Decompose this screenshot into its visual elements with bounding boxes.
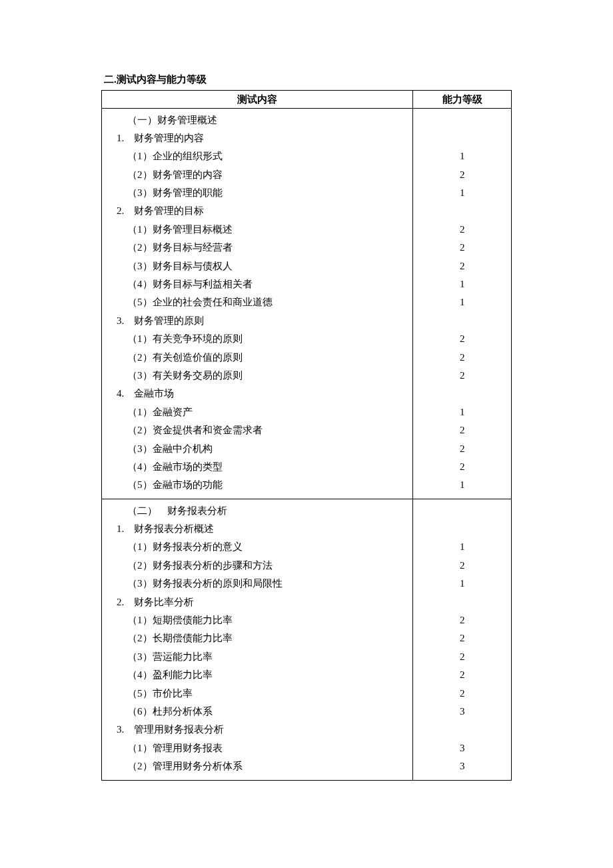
content-line: （1）管理用财务报表	[127, 739, 407, 757]
level-line: 3	[413, 757, 511, 775]
table-body: （一）财务管理概述1. 财务管理的内容（1）企业的组织形式（2）财务管理的内容（…	[102, 108, 512, 780]
content-line: （1）金融资产	[127, 403, 407, 421]
content-line: （5）市价比率	[127, 685, 407, 703]
level-line	[413, 312, 511, 330]
content-line: （6）杜邦分析体系	[127, 703, 407, 721]
content-line: （3）财务报表分析的原则和局限性	[127, 575, 407, 593]
header-level: 能力等级	[413, 90, 512, 108]
level-line: 2	[413, 666, 511, 684]
content-line: （2）资金提供者和资金需求者	[127, 421, 407, 439]
level-line: 3	[413, 739, 511, 757]
table-row: （二） 财务报表分析1. 财务报表分析概述（1）财务报表分析的意义（2）财务报表…	[102, 499, 512, 780]
level-line: 2	[413, 648, 511, 666]
content-line: （4）金融市场的类型	[127, 458, 407, 476]
level-line: 1	[413, 575, 511, 593]
level-line: 1	[413, 147, 511, 165]
content-cell: （一）财务管理概述1. 财务管理的内容（1）企业的组织形式（2）财务管理的内容（…	[102, 108, 413, 499]
level-line: 2	[413, 557, 511, 575]
level-line: 2	[413, 458, 511, 476]
content-line: 1. 财务管理的内容	[127, 129, 407, 147]
header-content: 测试内容	[102, 90, 413, 108]
content-line: （1）财务报表分析的意义	[127, 538, 407, 556]
content-line: （2）财务管理的内容	[127, 166, 407, 184]
level-line: 3	[413, 703, 511, 721]
content-line: 3. 财务管理的原则	[127, 312, 407, 330]
content-line: （4）财务目标与利益相关者	[127, 275, 407, 293]
level-line: 1	[413, 403, 511, 421]
level-line	[413, 593, 511, 611]
level-line: 2	[413, 221, 511, 239]
level-line: 1	[413, 184, 511, 202]
content-line: （二） 财务报表分析	[127, 502, 407, 520]
level-line: 2	[413, 367, 511, 385]
content-line: （5）企业的社会责任和商业道德	[127, 293, 407, 311]
content-line: （3）财务管理的职能	[127, 184, 407, 202]
level-line	[413, 520, 511, 538]
level-line: 2	[413, 330, 511, 348]
level-line	[413, 111, 511, 129]
content-line: （2）有关创造价值的原则	[127, 349, 407, 367]
content-line: 2. 财务比率分析	[127, 593, 407, 611]
content-line: （3）有关财务交易的原则	[127, 367, 407, 385]
content-line: （3）财务目标与债权人	[127, 257, 407, 275]
content-cell: （二） 财务报表分析1. 财务报表分析概述（1）财务报表分析的意义（2）财务报表…	[102, 499, 413, 780]
level-line	[413, 502, 511, 520]
level-line: 2	[413, 349, 511, 367]
table-header-row: 测试内容 能力等级	[102, 90, 512, 108]
content-table: 测试内容 能力等级 （一）财务管理概述1. 财务管理的内容（1）企业的组织形式（…	[101, 90, 512, 781]
level-cell: 121 22211 222 12221	[413, 108, 512, 499]
content-line: （2）财务报表分析的步骤和方法	[127, 557, 407, 575]
level-line: 2	[413, 685, 511, 703]
level-line: 2	[413, 421, 511, 439]
content-line: （2）长期偿债能力比率	[127, 629, 407, 647]
level-line: 2	[413, 629, 511, 647]
level-line	[413, 202, 511, 220]
content-line: 3. 管理用财务报表分析	[127, 721, 407, 739]
content-line: 1. 财务报表分析概述	[127, 520, 407, 538]
content-line: 4. 金融市场	[127, 385, 407, 403]
level-line: 2	[413, 611, 511, 629]
level-line: 1	[413, 538, 511, 556]
content-line: （1）短期偿债能力比率	[127, 611, 407, 629]
content-line: （2）管理用财务分析体系	[127, 757, 407, 775]
level-line	[413, 385, 511, 403]
level-line: 1	[413, 293, 511, 311]
content-line: （2）财务目标与经营者	[127, 239, 407, 257]
content-line: （1）财务管理目标概述	[127, 221, 407, 239]
content-line: （5）金融市场的功能	[127, 476, 407, 494]
level-line: 2	[413, 440, 511, 458]
content-line: 2. 财务管理的目标	[127, 202, 407, 220]
level-line: 1	[413, 476, 511, 494]
level-line: 2	[413, 166, 511, 184]
content-line: （1）有关竞争环境的原则	[127, 330, 407, 348]
content-line: （4）盈利能力比率	[127, 666, 407, 684]
content-line: （3）金融中介机构	[127, 440, 407, 458]
content-line: （1）企业的组织形式	[127, 147, 407, 165]
document-page: 二.测试内容与能力等级 测试内容 能力等级 （一）财务管理概述1. 财务管理的内…	[0, 0, 613, 868]
level-line: 2	[413, 257, 511, 275]
content-line: （一）财务管理概述	[127, 111, 407, 129]
level-line: 1	[413, 275, 511, 293]
content-line: （3）营运能力比率	[127, 648, 407, 666]
table-row: （一）财务管理概述1. 财务管理的内容（1）企业的组织形式（2）财务管理的内容（…	[102, 108, 512, 499]
section-title: 二.测试内容与能力等级	[104, 72, 512, 87]
level-line	[413, 721, 511, 739]
level-cell: 121 222223 33	[413, 499, 512, 780]
level-line: 2	[413, 239, 511, 257]
level-line	[413, 129, 511, 147]
